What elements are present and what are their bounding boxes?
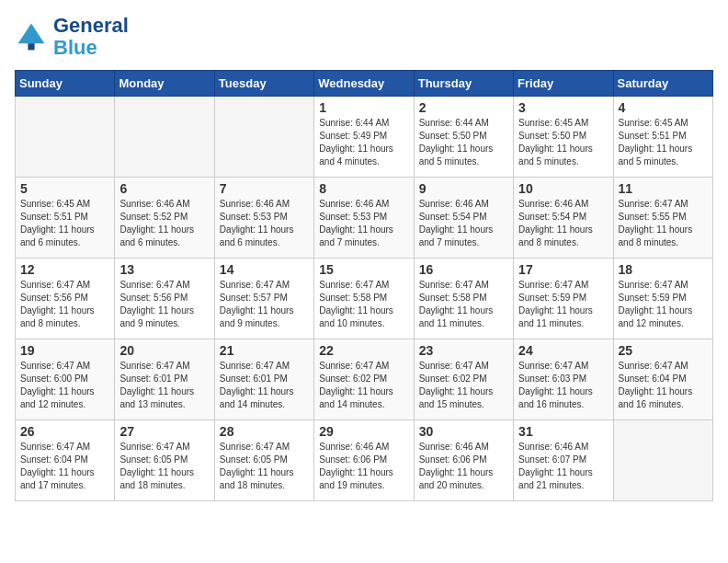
day-info: Sunrise: 6:45 AM Sunset: 5:50 PM Dayligh…: [518, 117, 608, 168]
calendar-week-row: 12Sunrise: 6:47 AM Sunset: 5:56 PM Dayli…: [16, 259, 713, 339]
day-number: 2: [419, 100, 508, 115]
calendar-cell: 22Sunrise: 6:47 AM Sunset: 6:02 PM Dayli…: [314, 339, 414, 420]
day-info: Sunrise: 6:46 AM Sunset: 6:06 PM Dayligh…: [419, 441, 508, 492]
day-info: Sunrise: 6:44 AM Sunset: 5:49 PM Dayligh…: [319, 117, 408, 168]
day-info: Sunrise: 6:44 AM Sunset: 5:50 PM Dayligh…: [419, 117, 508, 168]
day-info: Sunrise: 6:47 AM Sunset: 5:58 PM Dayligh…: [419, 279, 508, 330]
day-number: 12: [20, 262, 109, 277]
day-info: Sunrise: 6:47 AM Sunset: 5:59 PM Dayligh…: [518, 279, 608, 330]
calendar-cell: 24Sunrise: 6:47 AM Sunset: 6:03 PM Dayli…: [514, 339, 613, 420]
calendar-cell: 15Sunrise: 6:47 AM Sunset: 5:58 PM Dayli…: [314, 259, 414, 339]
day-number: 21: [220, 343, 309, 358]
logo: General Blue: [15, 15, 129, 59]
day-info: Sunrise: 6:46 AM Sunset: 5:52 PM Dayligh…: [119, 198, 209, 249]
calendar-cell: [16, 97, 115, 178]
calendar-cell: [214, 97, 313, 178]
day-number: 13: [119, 262, 209, 277]
calendar-cell: 11Sunrise: 6:47 AM Sunset: 5:55 PM Dayli…: [613, 178, 712, 259]
day-info: Sunrise: 6:47 AM Sunset: 5:56 PM Dayligh…: [20, 279, 109, 330]
day-number: 20: [119, 343, 209, 358]
day-number: 31: [518, 424, 608, 439]
day-number: 9: [419, 181, 508, 196]
calendar-cell: 13Sunrise: 6:47 AM Sunset: 5:56 PM Dayli…: [115, 259, 214, 339]
day-of-week-header: Monday: [115, 71, 214, 97]
calendar-cell: 12Sunrise: 6:47 AM Sunset: 5:56 PM Dayli…: [16, 259, 115, 339]
day-number: 24: [518, 343, 608, 358]
day-info: Sunrise: 6:47 AM Sunset: 5:56 PM Dayligh…: [119, 279, 209, 330]
day-number: 16: [419, 262, 508, 277]
day-info: Sunrise: 6:47 AM Sunset: 5:57 PM Dayligh…: [220, 279, 309, 330]
calendar-cell: 18Sunrise: 6:47 AM Sunset: 5:59 PM Dayli…: [613, 259, 712, 339]
day-number: 18: [619, 262, 708, 277]
day-info: Sunrise: 6:46 AM Sunset: 5:54 PM Dayligh…: [518, 198, 608, 249]
day-info: Sunrise: 6:46 AM Sunset: 6:06 PM Dayligh…: [319, 441, 408, 492]
day-number: 7: [220, 181, 309, 196]
day-of-week-header: Tuesday: [214, 71, 313, 97]
day-info: Sunrise: 6:47 AM Sunset: 6:00 PM Dayligh…: [20, 360, 109, 411]
day-number: 22: [319, 343, 408, 358]
svg-rect-1: [28, 43, 34, 50]
calendar-header-row: SundayMondayTuesdayWednesdayThursdayFrid…: [16, 71, 713, 97]
calendar-cell: 5Sunrise: 6:45 AM Sunset: 5:51 PM Daylig…: [16, 178, 115, 259]
day-info: Sunrise: 6:47 AM Sunset: 6:04 PM Dayligh…: [20, 441, 109, 492]
day-info: Sunrise: 6:46 AM Sunset: 5:54 PM Dayligh…: [419, 198, 508, 249]
calendar-cell: 25Sunrise: 6:47 AM Sunset: 6:04 PM Dayli…: [613, 339, 712, 420]
day-info: Sunrise: 6:47 AM Sunset: 6:05 PM Dayligh…: [119, 441, 209, 492]
day-info: Sunrise: 6:45 AM Sunset: 5:51 PM Dayligh…: [20, 198, 109, 249]
calendar-cell: 29Sunrise: 6:46 AM Sunset: 6:06 PM Dayli…: [314, 420, 414, 501]
day-number: 8: [319, 181, 408, 196]
calendar-cell: [613, 420, 712, 501]
calendar-cell: 16Sunrise: 6:47 AM Sunset: 5:58 PM Dayli…: [414, 259, 513, 339]
calendar-week-row: 19Sunrise: 6:47 AM Sunset: 6:00 PM Dayli…: [16, 339, 713, 420]
calendar-cell: 26Sunrise: 6:47 AM Sunset: 6:04 PM Dayli…: [16, 420, 115, 501]
day-number: 17: [518, 262, 608, 277]
calendar-cell: 17Sunrise: 6:47 AM Sunset: 5:59 PM Dayli…: [514, 259, 613, 339]
day-info: Sunrise: 6:47 AM Sunset: 6:03 PM Dayligh…: [518, 360, 608, 411]
day-number: 5: [20, 181, 109, 196]
day-number: 10: [518, 181, 608, 196]
calendar-cell: 9Sunrise: 6:46 AM Sunset: 5:54 PM Daylig…: [414, 178, 513, 259]
day-info: Sunrise: 6:47 AM Sunset: 6:02 PM Dayligh…: [319, 360, 408, 411]
calendar-cell: 1Sunrise: 6:44 AM Sunset: 5:49 PM Daylig…: [314, 97, 414, 178]
day-number: 1: [319, 100, 408, 115]
calendar-body: 1Sunrise: 6:44 AM Sunset: 5:49 PM Daylig…: [16, 97, 713, 501]
logo-icon: [15, 20, 48, 53]
day-of-week-header: Thursday: [414, 71, 513, 97]
day-info: Sunrise: 6:47 AM Sunset: 5:58 PM Dayligh…: [319, 279, 408, 330]
day-of-week-header: Friday: [514, 71, 613, 97]
day-number: 25: [619, 343, 708, 358]
calendar-cell: 3Sunrise: 6:45 AM Sunset: 5:50 PM Daylig…: [514, 97, 613, 178]
calendar-cell: 28Sunrise: 6:47 AM Sunset: 6:05 PM Dayli…: [214, 420, 313, 501]
day-info: Sunrise: 6:47 AM Sunset: 6:05 PM Dayligh…: [220, 441, 309, 492]
day-info: Sunrise: 6:47 AM Sunset: 6:01 PM Dayligh…: [220, 360, 309, 411]
day-number: 3: [518, 100, 608, 115]
page-header: General Blue: [15, 15, 713, 59]
day-info: Sunrise: 6:47 AM Sunset: 6:02 PM Dayligh…: [419, 360, 508, 411]
day-info: Sunrise: 6:47 AM Sunset: 5:59 PM Dayligh…: [619, 279, 708, 330]
calendar-cell: [115, 97, 214, 178]
calendar-cell: 21Sunrise: 6:47 AM Sunset: 6:01 PM Dayli…: [214, 339, 313, 420]
day-info: Sunrise: 6:47 AM Sunset: 6:04 PM Dayligh…: [619, 360, 708, 411]
day-number: 30: [419, 424, 508, 439]
calendar-cell: 31Sunrise: 6:46 AM Sunset: 6:07 PM Dayli…: [514, 420, 613, 501]
day-info: Sunrise: 6:46 AM Sunset: 5:53 PM Dayligh…: [319, 198, 408, 249]
day-number: 14: [220, 262, 309, 277]
calendar-week-row: 5Sunrise: 6:45 AM Sunset: 5:51 PM Daylig…: [16, 178, 713, 259]
day-number: 11: [619, 181, 708, 196]
day-number: 19: [20, 343, 109, 358]
day-number: 6: [119, 181, 209, 196]
day-number: 28: [220, 424, 309, 439]
logo-text: General Blue: [53, 15, 129, 59]
calendar-cell: 6Sunrise: 6:46 AM Sunset: 5:52 PM Daylig…: [115, 178, 214, 259]
day-info: Sunrise: 6:45 AM Sunset: 5:51 PM Dayligh…: [619, 117, 708, 168]
day-info: Sunrise: 6:46 AM Sunset: 6:07 PM Dayligh…: [518, 441, 608, 492]
calendar-cell: 7Sunrise: 6:46 AM Sunset: 5:53 PM Daylig…: [214, 178, 313, 259]
day-info: Sunrise: 6:46 AM Sunset: 5:53 PM Dayligh…: [220, 198, 309, 249]
calendar-cell: 10Sunrise: 6:46 AM Sunset: 5:54 PM Dayli…: [514, 178, 613, 259]
calendar-week-row: 1Sunrise: 6:44 AM Sunset: 5:49 PM Daylig…: [16, 97, 713, 178]
svg-marker-0: [18, 24, 45, 44]
calendar-week-row: 26Sunrise: 6:47 AM Sunset: 6:04 PM Dayli…: [16, 420, 713, 501]
day-number: 15: [319, 262, 408, 277]
calendar-cell: 30Sunrise: 6:46 AM Sunset: 6:06 PM Dayli…: [414, 420, 513, 501]
calendar-cell: 14Sunrise: 6:47 AM Sunset: 5:57 PM Dayli…: [214, 259, 313, 339]
